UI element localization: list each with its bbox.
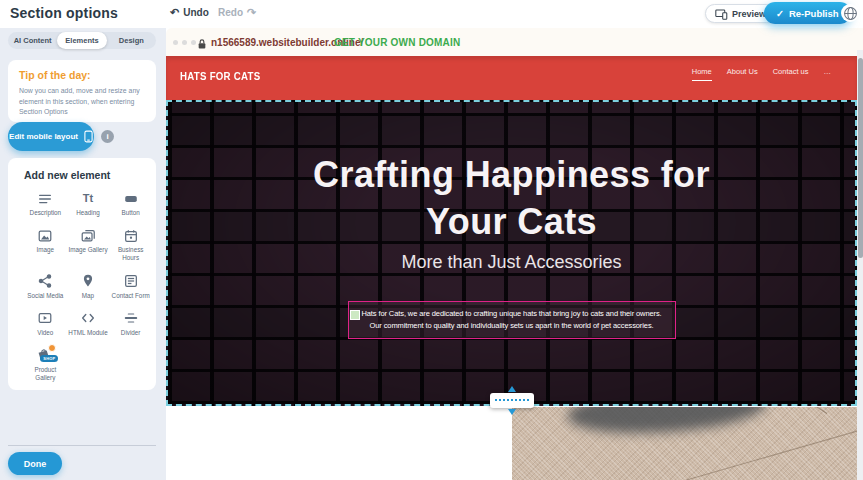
info-icon: i bbox=[106, 132, 108, 141]
element-item-html-module[interactable]: HTML Module bbox=[67, 310, 110, 337]
element-item-image-gallery[interactable]: Image Gallery bbox=[67, 227, 110, 262]
undo-button[interactable]: ↶ Undo bbox=[170, 7, 209, 18]
window-dot bbox=[191, 40, 196, 45]
nav-contact-us[interactable]: Contact us bbox=[773, 67, 809, 80]
site-logo: HATS FOR CATS bbox=[180, 70, 261, 82]
undo-icon: ↶ bbox=[170, 7, 179, 18]
add-element-panel: Add new element Description Tt Heading bbox=[8, 158, 156, 390]
app-window: Section options ↶ Undo Redo ↷ Preview ✓ … bbox=[0, 0, 863, 480]
share-icon bbox=[37, 273, 53, 290]
element-item-map[interactable]: Map bbox=[67, 273, 110, 300]
tab-elements[interactable]: Elements bbox=[57, 32, 106, 49]
contact-form-icon bbox=[123, 273, 139, 290]
business-hours-icon bbox=[123, 227, 139, 244]
element-item-image[interactable]: Image bbox=[24, 227, 67, 262]
edit-mobile-layout-button[interactable]: Edit mobile layout bbox=[8, 122, 94, 151]
browser-bar: n1566589.websitebuilder.online/ GET YOUR… bbox=[166, 28, 863, 56]
element-item-label: Business Hours bbox=[110, 246, 152, 262]
tip-title: Tip of the day: bbox=[19, 69, 145, 81]
section-resize-handle[interactable] bbox=[490, 393, 534, 408]
page-title: Section options bbox=[10, 5, 118, 21]
tab-label: AI Content bbox=[14, 36, 52, 45]
done-button[interactable]: Done bbox=[8, 452, 62, 475]
element-item-social-media[interactable]: Social Media bbox=[24, 273, 67, 300]
redo-button[interactable]: Redo ↷ bbox=[218, 7, 256, 18]
get-domain-link[interactable]: GET YOUR OWN DOMAIN bbox=[334, 37, 460, 48]
element-item-label: Product Gallery bbox=[24, 366, 66, 382]
code-icon bbox=[80, 310, 96, 327]
info-button[interactable]: i bbox=[101, 130, 114, 143]
element-item-label: Button bbox=[122, 209, 140, 217]
redo-icon: ↷ bbox=[247, 7, 256, 18]
check-icon: ✓ bbox=[776, 8, 784, 19]
sidebar-tabs: AI Content Elements Design bbox=[8, 32, 156, 49]
site-header[interactable]: HATS FOR CATS Home About Us Contact us … bbox=[166, 56, 857, 100]
element-item-heading[interactable]: Tt Heading bbox=[67, 190, 110, 217]
republish-button[interactable]: ✓ Re-Publish bbox=[764, 2, 851, 24]
drag-dots-icon bbox=[495, 399, 529, 401]
element-item-button[interactable]: Button bbox=[109, 190, 152, 217]
text-lines-icon bbox=[37, 190, 53, 207]
window-dot bbox=[173, 40, 178, 45]
tab-label: Elements bbox=[65, 36, 98, 45]
nav-more-menu[interactable]: … bbox=[824, 67, 832, 80]
element-item-label: Description bbox=[30, 209, 62, 217]
element-item-label: HTML Module bbox=[68, 329, 107, 337]
republish-label: Re-Publish bbox=[789, 8, 839, 19]
arrow-down-icon bbox=[508, 409, 516, 415]
element-item-product-gallery[interactable]: SHOP Product Gallery bbox=[24, 347, 67, 382]
tab-design[interactable]: Design bbox=[107, 32, 156, 49]
element-item-label: Social Media bbox=[27, 292, 63, 300]
hero-heading[interactable]: Crafting Happiness for Your Cats bbox=[292, 152, 732, 246]
element-item-label: Contact Form bbox=[112, 292, 150, 300]
pavement-image bbox=[512, 407, 857, 480]
hero-subheading[interactable]: More than Just Accessories bbox=[168, 252, 855, 273]
video-icon bbox=[37, 310, 53, 327]
phone-icon bbox=[84, 130, 93, 143]
tip-body: Now you can add, move and resize any ele… bbox=[19, 86, 145, 118]
preview-area: n1566589.websitebuilder.online/ GET YOUR… bbox=[166, 28, 863, 480]
hero-body-text: Hats for Cats, we are dedicated to craft… bbox=[361, 309, 661, 330]
element-item-label: Map bbox=[82, 292, 94, 300]
globe-icon bbox=[843, 6, 858, 21]
section-options-sidebar: AI Content Elements Design Tip of the da… bbox=[0, 28, 166, 480]
nav-home[interactable]: Home bbox=[692, 67, 712, 81]
new-badge-dot bbox=[48, 344, 56, 352]
element-item-divider[interactable]: Divider bbox=[109, 310, 152, 337]
tip-of-the-day-card: Tip of the day: Now you can add, move an… bbox=[8, 60, 156, 122]
image-icon bbox=[37, 227, 53, 244]
hero-text-element[interactable]: Hats for Cats, we are dedicated to craft… bbox=[348, 301, 676, 339]
element-item-contact-form[interactable]: Contact Form bbox=[109, 273, 152, 300]
redo-label: Redo bbox=[218, 7, 243, 18]
element-item-description[interactable]: Description bbox=[24, 190, 67, 217]
arrow-up-icon bbox=[508, 386, 516, 392]
button-icon bbox=[123, 190, 139, 207]
divider-icon bbox=[123, 310, 139, 327]
next-section[interactable] bbox=[166, 406, 857, 480]
nav-about-us[interactable]: About Us bbox=[727, 67, 758, 80]
element-item-business-hours[interactable]: Business Hours bbox=[109, 227, 152, 262]
edit-mobile-label: Edit mobile layout bbox=[9, 132, 78, 141]
preview-scrollbar bbox=[857, 50, 863, 480]
site-canvas: HATS FOR CATS Home About Us Contact us …… bbox=[166, 56, 857, 480]
hero-section-selected[interactable]: Crafting Happiness for Your Cats More th… bbox=[166, 100, 857, 406]
element-item-label: Video bbox=[37, 329, 53, 337]
preview-label: Preview bbox=[732, 9, 766, 19]
editor-topbar: Section options ↶ Undo Redo ↷ Preview ✓ … bbox=[0, 0, 863, 28]
map-pin-icon bbox=[80, 273, 96, 290]
site-nav: Home About Us Contact us … bbox=[692, 67, 831, 81]
element-item-label: Image Gallery bbox=[68, 246, 107, 254]
heading-icon: Tt bbox=[83, 190, 93, 207]
shop-badge: SHOP bbox=[40, 355, 58, 362]
product-gallery-icon: SHOP bbox=[35, 347, 55, 364]
element-item-video[interactable]: Video bbox=[24, 310, 67, 337]
cat-shadow bbox=[566, 407, 769, 439]
tab-ai-content[interactable]: AI Content bbox=[8, 32, 57, 49]
element-drag-handle[interactable] bbox=[350, 310, 360, 320]
tab-label: Design bbox=[119, 36, 144, 45]
language-globe-button[interactable] bbox=[841, 4, 859, 22]
pavement-joint-line bbox=[661, 423, 857, 480]
lock-icon bbox=[197, 36, 207, 54]
scrollbar-thumb[interactable] bbox=[858, 58, 863, 258]
element-item-label: Divider bbox=[121, 329, 141, 337]
